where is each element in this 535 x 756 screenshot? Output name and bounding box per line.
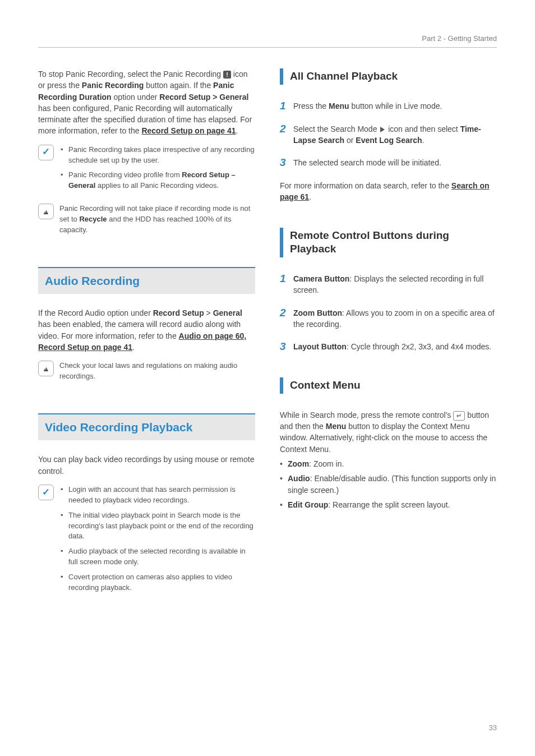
exclamation-icon: ! [223,71,231,79]
text: Record Setup > General [159,93,248,102]
list-item: Audio playback of the selected recording… [61,546,255,568]
list-item: Zoom: Zoom in. [280,458,497,469]
step-item: 2 Zoom Button: Allows you to zoom in on … [280,307,497,330]
text: The selected search mode will be initiat… [293,157,497,168]
warning-text: Panic Recording will not take place if r… [59,204,255,236]
list-item: The initial video playback point in Sear… [61,510,255,542]
warning-text: Check your local laws and regulations on… [59,361,255,382]
step-number: 1 [280,100,288,112]
header-part-label: Part 2 - Getting Started [422,34,497,44]
text: Menu [326,422,347,431]
text: or [344,136,356,145]
right-column: All Channel Playback 1 Press the Menu bu… [280,68,497,598]
text: Layout Button [293,342,347,351]
heading-audio-recording: Audio Recording [38,267,255,294]
text: > [204,308,213,317]
text: icon and then select [386,125,460,133]
text: For more information on data search, ref… [280,181,451,190]
checkmark-icon [38,145,54,160]
page-number: 33 [489,723,497,734]
text: To stop Panic Recording, select the Pani… [38,70,221,79]
play-icon [380,127,385,132]
text: . [132,343,135,352]
text: Panic Recording [82,81,144,90]
list-item: Panic Recording video profile from Recor… [61,170,255,191]
text: Select the Search Mode [293,125,379,133]
text: . [422,136,425,145]
heading-remote-control-buttons: Remote Control Buttons during Playback [280,228,497,257]
text: Record Setup [153,308,204,317]
note-block: Login with an account that has search pe… [38,485,255,598]
list-item: Edit Group: Rearrange the split screen l… [280,499,497,510]
heading-video-recording-playback: Video Recording Playback [38,413,255,440]
audio-paragraph: If the Record Audio option under Record … [38,307,255,353]
list-item: Audio: Enable/disable audio. (This funct… [280,473,497,496]
text: . [309,192,311,201]
list-item: Login with an account that has search pe… [61,485,255,506]
checkmark-icon [38,485,54,500]
step-number: 2 [280,123,288,135]
text: Audio [288,474,310,483]
list-item: Covert protection on cameras also applie… [61,572,255,593]
heading-all-channel-playback: All Channel Playback [280,68,497,85]
panic-intro: To stop Panic Recording, select the Pani… [38,68,255,137]
note-block: Panic Recording takes place irrespective… [38,145,255,196]
text: Edit Group [288,500,328,509]
enter-icon: ↵ [453,411,465,421]
step-number: 3 [280,341,288,353]
text: Event Log Search [356,136,422,145]
note-list: Panic Recording takes place irrespective… [59,145,255,196]
text: General [213,308,242,317]
text: Press the [293,102,329,110]
list-item: Panic Recording takes place irrespective… [61,145,255,166]
text: Panic Recording video profile from [68,170,182,179]
text: : Enable/disable audio. (This function s… [288,474,496,494]
context-menu-paragraph: While in Search mode, press the remote c… [280,409,497,455]
heading-context-menu: Context Menu [280,377,497,394]
text: : Rearrange the split screen layout. [328,500,450,509]
remote-control-steps: 1 Camera Button: Displays the selected r… [280,273,497,353]
text: . [236,126,238,135]
step-item: 3 Layout Button: Cycle through 2x2, 3x3,… [280,341,497,353]
playback-paragraph: You can play back video recordings by us… [38,454,255,477]
text: While in Search mode, press the remote c… [280,411,453,420]
step-item: 1 Press the Menu button while in Live mo… [280,100,497,112]
note-list: Login with an account that has search pe… [59,485,255,598]
step-item: 2 Select the Search Mode icon and then s… [280,123,497,146]
context-menu-list: Zoom: Zoom in. Audio: Enable/disable aud… [280,458,497,510]
step-number: 1 [280,273,288,285]
header-rule [38,47,497,48]
text: Zoom [288,459,309,468]
text: : Zoom in. [309,459,344,468]
more-info-paragraph: For more information on data search, ref… [280,180,497,203]
text: button while in Live mode. [349,102,442,110]
warning-block: ▲ Panic Recording will not take place if… [38,204,255,236]
text: Camera Button [293,274,349,283]
text: button again. If the [144,81,213,90]
warning-block: ▲ Check your local laws and regulations … [38,361,255,382]
step-number: 2 [280,307,288,319]
text: Recycle [79,215,107,223]
two-column-layout: To stop Panic Recording, select the Pani… [38,68,497,598]
all-channel-steps: 1 Press the Menu button while in Live mo… [280,100,497,169]
step-item: 3 The selected search mode will be initi… [280,157,497,169]
step-number: 3 [280,157,288,169]
warning-icon: ▲ [38,204,54,219]
text: : Cycle through 2x2, 3x3, and 4x4 modes. [347,342,491,351]
text: applies to all Panic Recording videos. [95,181,219,190]
text: Menu [329,102,349,110]
left-column: To stop Panic Recording, select the Pani… [38,68,255,598]
text: If the Record Audio option under [38,308,153,317]
text: option under [112,93,160,102]
link-record-setup[interactable]: Record Setup on page 41 [141,126,236,135]
warning-icon: ▲ [38,361,54,376]
step-item: 1 Camera Button: Displays the selected r… [280,273,497,296]
text: Zoom Button [293,308,342,317]
